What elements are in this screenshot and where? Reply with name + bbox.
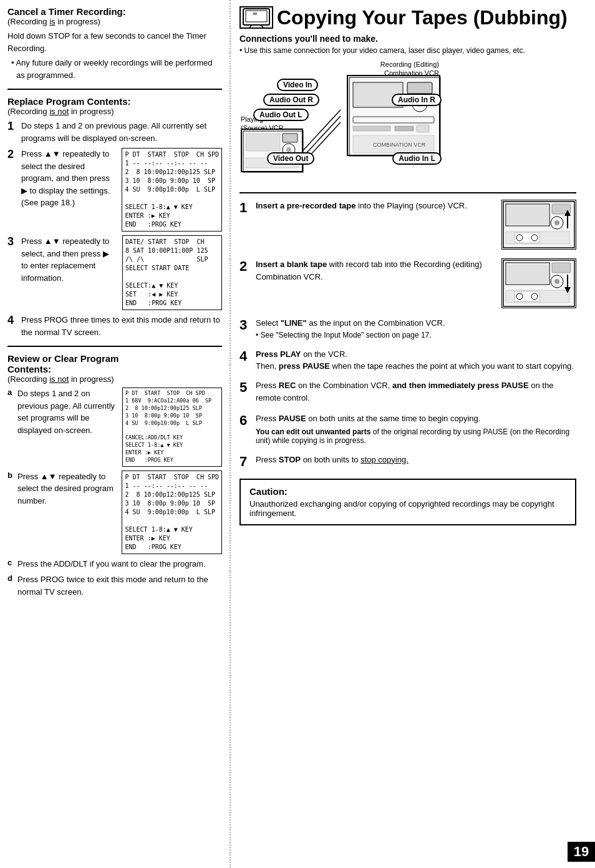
review-stepa: a Do steps 1 and 2 on previous page. All…	[7, 388, 222, 467]
video-out-label: Video Out	[267, 152, 314, 165]
right-step1-text: Insert a pre-recorded tape into the Play…	[256, 200, 495, 212]
svg-point-31	[554, 220, 559, 225]
step2-text: Press ▲▼ repeatedly to select the desire…	[21, 148, 117, 209]
right-step-num-4: 4	[239, 348, 256, 364]
caution-box: Caution: Unauthorized exchanging and/or …	[239, 479, 576, 525]
step1-content: Do steps 1 and 2 on previous page. All c…	[21, 120, 222, 144]
step1-text: Do steps 1 and 2 on previous page. All c…	[21, 120, 222, 144]
step2-screen: P DT START STOP CH SPD 1 -- --:-- --:-- …	[122, 148, 222, 232]
stepb-screen: P DT START STOP CH SPD 1 -- --:-- --:-- …	[122, 471, 222, 554]
divider-right	[239, 192, 576, 193]
cancel-subtitle: (Recording is in progress)	[7, 17, 222, 26]
audio-out-r-label: Audio Out R	[263, 94, 319, 106]
review-stepb: b Press ▲▼ repeatedly to select the desi…	[7, 471, 222, 554]
replace-step2: 2 Press ▲▼ repeatedly to select the desi…	[7, 148, 222, 232]
right-step2-text: Insert a blank tape with record tab into…	[256, 258, 495, 283]
audio-in-l-label: Audio In L	[392, 152, 442, 165]
step2-row: Press ▲▼ repeatedly to select the desire…	[21, 148, 222, 232]
replace-step4: 4 Press PROG three times to exit this mo…	[7, 314, 222, 338]
letter-a: a	[7, 388, 17, 467]
step-num-1: 1	[7, 120, 21, 134]
stepb-content: Press ▲▼ repeatedly to select the desire…	[17, 471, 222, 554]
right-step-num-7: 7	[239, 454, 256, 470]
svg-rect-0	[243, 9, 269, 25]
step-num-2: 2	[7, 148, 21, 162]
stepa-text: Do steps 1 and 2 on previous page. All c…	[17, 388, 117, 436]
step3-screen: DATE/ START STOP CH 8 SAT 10:00P11:00P 1…	[122, 235, 222, 310]
stepd-content: Press PROG twice to exit this mode and r…	[17, 573, 222, 598]
right-step7-content: Press STOP on both units to stop copying…	[256, 454, 576, 466]
connections-section: Connections you'll need to make. • Use t…	[239, 34, 576, 185]
svg-rect-1	[246, 11, 267, 22]
vcr-diagram-1	[501, 200, 576, 250]
svg-rect-28	[507, 205, 548, 225]
divider2	[7, 346, 222, 347]
right-step-num-1: 1	[239, 200, 256, 216]
video-in-label: Video In	[277, 79, 318, 91]
page-header: Copying Your Tapes (Dubbing)	[239, 6, 576, 29]
step3-content: Press ▲▼ repeatedly to select, and then …	[21, 235, 222, 310]
connections-bullet: • Use this same connection for your vide…	[239, 46, 576, 55]
svg-rect-41	[552, 263, 571, 273]
right-step2-content: Insert a blank tape with record tab into…	[256, 258, 576, 308]
step-num-3: 3	[7, 235, 21, 249]
right-step3: 3 Select "LINE" as the input on the Comb…	[239, 317, 576, 339]
right-step-num-6: 6	[239, 412, 256, 429]
divider1	[7, 89, 222, 90]
cancel-title: Cancel a Timer Recording:	[7, 6, 222, 17]
page: Cancel a Timer Recording: (Recording is …	[0, 0, 595, 868]
review-stepd: d Press PROG twice to exit this mode and…	[7, 573, 222, 598]
letter-b: b	[7, 471, 17, 554]
right-column: Copying Your Tapes (Dubbing) Connections…	[231, 0, 595, 868]
stepc-text: Press the ADD/DLT if you want to clear t…	[17, 558, 222, 570]
right-step1-content: Insert a pre-recorded tape into the Play…	[256, 200, 576, 250]
right-step5-content: Press REC on the Combination VCR, and th…	[256, 379, 576, 404]
right-step2: 2 Insert a blank tape with record tab in…	[239, 258, 576, 308]
svg-point-43	[554, 279, 559, 284]
step3-text: Press ▲▼ repeatedly to select, and then …	[21, 235, 117, 284]
svg-rect-40	[507, 264, 548, 283]
vcr-diagram-2	[501, 258, 576, 308]
caution-text: Unauthorized exchanging and/or copying o…	[249, 499, 566, 518]
right-step7-text: Press STOP on both units to stop copying…	[256, 454, 576, 466]
step2-content: Press ▲▼ repeatedly to select the desire…	[21, 148, 222, 232]
letter-d: d	[7, 573, 17, 598]
page-title: Copying Your Tapes (Dubbing)	[277, 7, 568, 27]
stepa-row: Do steps 1 and 2 on previous page. All c…	[17, 388, 222, 467]
right-step6-text: Press PAUSE on both units at the same ti…	[256, 412, 576, 425]
right-step4-content: Press PLAY on the VCR. Then, press PAUSE…	[256, 348, 576, 371]
right-step6-sub: You can edit out unwanted parts of the o…	[256, 427, 576, 445]
connections-title: Connections you'll need to make.	[239, 34, 576, 44]
svg-rect-33	[515, 233, 539, 243]
right-step2-row: Insert a blank tape with record tab into…	[256, 258, 576, 308]
cancel-section: Cancel a Timer Recording: (Recording is …	[7, 6, 222, 81]
audio-out-l-label: Audio Out L	[253, 109, 309, 121]
step1-bold: Insert a pre-recorded tape	[256, 201, 356, 210]
right-step-num-5: 5	[239, 379, 256, 396]
right-step1: 1 Insert a pre-recorded tape into the Pl…	[239, 200, 576, 250]
right-step4-sub: Then, press PAUSE when the tape reaches …	[256, 361, 576, 371]
stepa-content: Do steps 1 and 2 on previous page. All c…	[17, 388, 222, 467]
left-column: Cancel a Timer Recording: (Recording is …	[0, 0, 231, 868]
cancel-bullet1: • Any future daily or weekly recordings …	[7, 57, 222, 81]
step2-bold: Insert a blank tape	[256, 260, 327, 269]
svg-rect-45	[515, 291, 539, 301]
step3-row: Press ▲▼ repeatedly to select, and then …	[21, 235, 222, 310]
right-step3-sub: • See "Selecting the Input Mode" section…	[256, 331, 576, 339]
review-title: Review or Clear ProgramContents:	[7, 353, 222, 374]
right-step3-content: Select "LINE" as the input on the Combin…	[256, 317, 576, 339]
right-step-num-2: 2	[239, 258, 256, 275]
right-step4: 4 Press PLAY on the VCR. Then, press PAU…	[239, 348, 576, 371]
review-stepc: c Press the ADD/DLT if you want to clear…	[7, 558, 222, 570]
right-step3-text: Select "LINE" as the input on the Combin…	[256, 317, 576, 329]
tv-icon	[239, 6, 273, 29]
replace-step1: 1 Do steps 1 and 2 on previous page. All…	[7, 120, 222, 144]
right-step1-row: Insert a pre-recorded tape into the Play…	[256, 200, 576, 250]
replace-title: Replace Program Contents:	[7, 96, 222, 107]
right-step6-content: Press PAUSE on both units at the same ti…	[256, 412, 576, 445]
stepb-row: Press ▲▼ repeatedly to select the desire…	[17, 471, 222, 554]
svg-line-23	[303, 110, 341, 150]
cancel-body1: Hold down STOP for a few seconds to canc…	[7, 30, 222, 54]
replace-subtitle: (Recording is not in progress)	[7, 107, 222, 116]
right-step6: 6 Press PAUSE on both units at the same …	[239, 412, 576, 445]
